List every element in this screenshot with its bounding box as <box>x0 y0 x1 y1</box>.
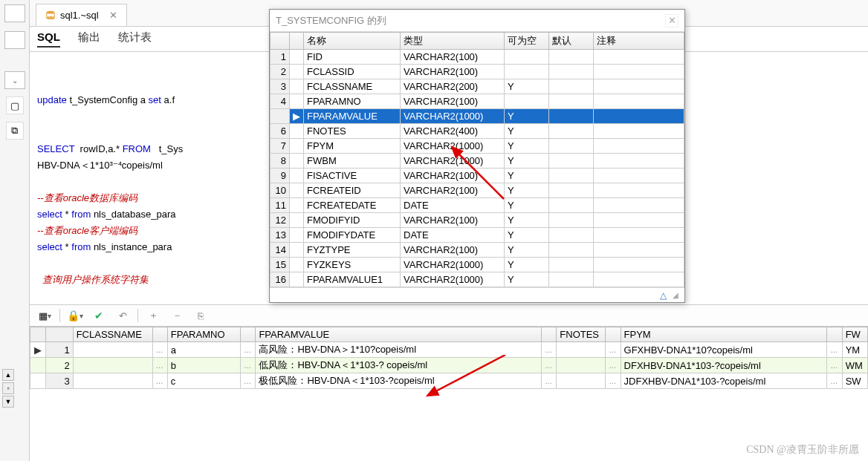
database-icon <box>45 10 56 21</box>
table-row[interactable]: 3FCLASSNAMEVARCHAR2(200)Y <box>271 79 684 94</box>
result-toolbar: ▦▾ 🔒▾ ✔ ↶ ＋ － ⎘ <box>30 304 868 327</box>
table-row[interactable]: 13FMODIFYDATEDATEY <box>271 228 684 243</box>
panel-close-button[interactable]: ✕ <box>665 14 678 27</box>
lock-icon: 🔒 <box>67 310 80 321</box>
table-row[interactable]: 6FNOTESVARCHAR2(400)Y <box>271 124 684 139</box>
left-dropdown[interactable]: ⌄ <box>4 71 25 89</box>
subtab-output[interactable]: 输出 <box>78 30 100 48</box>
check-icon: ✔ <box>94 310 103 321</box>
copy-row-icon: ⎘ <box>198 310 204 321</box>
table-row[interactable]: 2…b…低风险：HBV-DNA＜1*103-? copeis/ml……DFXHB… <box>30 358 868 373</box>
table-row[interactable]: 9FISACTIVEVARCHAR2(100)Y <box>271 169 684 183</box>
chevron-down-icon: ⌄ <box>12 76 18 85</box>
copy-icon: ⧉ <box>11 125 18 137</box>
rollback-button[interactable]: ↶ <box>114 307 132 324</box>
subtab-stats[interactable]: 统计表 <box>118 30 152 48</box>
left-tool-1[interactable]: ▢ <box>6 97 24 114</box>
grid-options-button[interactable]: ▦▾ <box>36 307 54 324</box>
table-row[interactable]: 8FWBMVARCHAR2(1000)Y <box>271 154 684 169</box>
table-row[interactable]: 10FCREATEIDVARCHAR2(100)Y <box>271 183 684 198</box>
tab-label: sql1.~sql <box>60 10 99 21</box>
table-row[interactable]: 14FYZTYPEVARCHAR2(100)Y <box>271 243 684 258</box>
nav-dot-button[interactable]: ▫ <box>2 382 14 394</box>
result-grid[interactable]: FCLASSNAMEFPARAMNOFPARAMVALUEFNOTESFPYMF… <box>30 327 868 461</box>
copy-row-button[interactable]: ⎘ <box>192 307 210 324</box>
svg-point-1 <box>47 16 55 19</box>
commit-button[interactable]: ✔ <box>90 307 108 324</box>
table-row[interactable]: 3…c…极低风险：HBV-DNA＜1*103-?copeis/ml……JDFXH… <box>30 373 868 389</box>
plus-icon: ＋ <box>149 309 158 322</box>
table-row[interactable]: 15FYZKEYSVARCHAR2(1000)Y <box>271 258 684 272</box>
table-row[interactable]: 4FPARAMNOVARCHAR2(100) <box>271 94 684 109</box>
nav-down-button[interactable]: ▼ <box>2 396 14 408</box>
panel-title: T_SYSTEMCONFIG 的列 <box>276 14 386 27</box>
watermark: CSDN @凌霄玉阶非所愿 <box>746 443 859 457</box>
table-row[interactable]: 12FMODIFYIDVARCHAR2(100)Y <box>271 213 684 228</box>
vertical-nav: ▲ ▫ ▼ <box>1 368 15 408</box>
left-square-2[interactable] <box>4 31 25 49</box>
lock-button[interactable]: 🔒▾ <box>66 307 84 324</box>
resize-handle[interactable]: ◢ <box>673 291 678 299</box>
file-tab[interactable]: sql1.~sql ✕ <box>36 4 127 26</box>
subtab-sql[interactable]: SQL <box>37 30 60 48</box>
undo-icon: ↶ <box>119 310 127 321</box>
close-icon: ✕ <box>668 15 676 26</box>
left-square-1[interactable] <box>4 4 25 22</box>
table-row[interactable]: ▶1…a…高风险：HBV-DNA＞1*10?copeis/ml……GFXHBV-… <box>30 342 868 358</box>
table-row[interactable]: 16FPARAMVALUE1VARCHAR2(1000)Y <box>271 272 684 287</box>
table-row[interactable]: 7FPYMVARCHAR2(1000)Y <box>271 139 684 154</box>
triangle-icon: △ <box>660 290 667 301</box>
square-icon: ▢ <box>10 100 19 111</box>
nav-up-button[interactable]: ▲ <box>2 369 14 381</box>
delete-row-button[interactable]: － <box>168 307 186 324</box>
table-row[interactable]: 2FCLASSIDVARCHAR2(100) <box>271 65 684 79</box>
close-icon[interactable]: ✕ <box>109 10 117 21</box>
columns-table[interactable]: 名称类型可为空默认注释 1FIDVARCHAR2(100)2FCLASSIDVA… <box>270 32 684 287</box>
columns-panel[interactable]: T_SYSTEMCONFIG 的列 ✕ 名称类型可为空默认注释 1FIDVARC… <box>269 9 685 303</box>
table-row[interactable]: 1FIDVARCHAR2(100) <box>271 50 684 65</box>
minus-icon: － <box>172 309 182 322</box>
table-row[interactable]: ▶FPARAMVALUEVARCHAR2(1000)Y <box>271 109 684 124</box>
table-row[interactable]: 11FCREATEDATEDATEY <box>271 198 684 213</box>
left-tool-2[interactable]: ⧉ <box>6 122 24 140</box>
svg-point-0 <box>47 10 55 13</box>
add-row-button[interactable]: ＋ <box>144 307 162 324</box>
